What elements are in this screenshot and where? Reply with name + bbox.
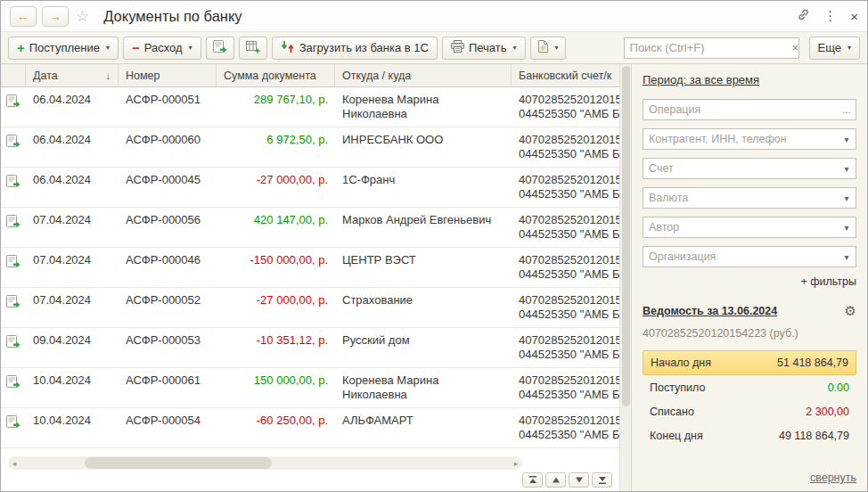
chevron-down-icon: ▾	[848, 45, 851, 52]
cell-number: АСФР-000056	[119, 208, 217, 247]
forward-icon: →	[49, 9, 61, 23]
more-button[interactable]: Еще ▾	[809, 37, 860, 60]
filter-input[interactable]	[643, 217, 838, 237]
cell-bank-account: 40702852520120152 044525350 "АМБ Б	[512, 127, 619, 167]
filter-dropdown-icon[interactable]: ▾	[838, 217, 856, 237]
filter-dropdown-icon[interactable]: ▾	[838, 159, 856, 178]
gear-icon[interactable]: ⚙	[845, 304, 856, 317]
statement-row: Начало дня 51 418 864,79	[643, 350, 856, 375]
close-icon[interactable]: ×	[850, 9, 858, 24]
add-filters-link[interactable]: + фильтры	[800, 275, 856, 288]
table-row[interactable]: 06.04.2024 АСФР-000045 -27 000,00, р. 1С…	[1, 168, 619, 208]
cell-counterparty: Коренева Марина Николаевна	[335, 87, 512, 127]
cell-date: 07.04.2024	[26, 288, 119, 327]
move-down-button[interactable]	[569, 472, 589, 488]
row-icon-cell	[1, 87, 26, 127]
table-row[interactable]: 06.04.2024 АСФР-000051 289 767,10, р. Ко…	[1, 87, 619, 127]
table-row[interactable]: 07.04.2024 АСФР-000046 -150 000,00, р. Ц…	[1, 248, 619, 288]
go-to-end-button[interactable]	[592, 472, 612, 488]
column-header-from-to[interactable]: Откуда / куда	[335, 64, 512, 86]
table-bottom-bar: ◂ ▸	[1, 448, 619, 491]
statement-account: 40702852520120154223 (руб.)	[643, 327, 856, 340]
favorite-star-icon[interactable]: ☆	[76, 7, 89, 26]
filter-input[interactable]	[643, 100, 838, 119]
back-button[interactable]: ←	[10, 6, 37, 27]
statement-row-value: 2 300,00	[806, 406, 849, 418]
receipt-label: Поступление	[29, 41, 100, 54]
statement-summary: Начало дня 51 418 864,79 Поступило 0.00 …	[643, 350, 856, 447]
receipt-button[interactable]: + Поступление ▾	[8, 37, 119, 60]
bank-statement-button[interactable]	[206, 37, 234, 60]
scroll-left-icon[interactable]: ◂	[8, 457, 20, 469]
column-header-amount[interactable]: Сумма документа	[217, 64, 335, 86]
row-navigation-buttons	[522, 472, 612, 488]
table-row[interactable]: 07.04.2024 АСФР-000052 -27 000,00, р. Ст…	[1, 288, 619, 328]
filter-dropdown-icon[interactable]: ▾	[838, 247, 856, 266]
print-button[interactable]: Печать ▾	[442, 37, 526, 60]
registry-button[interactable]	[239, 37, 267, 60]
table-row[interactable]: 06.04.2024 АСФР-000060 6 972,50, р. ИНРЕ…	[1, 127, 619, 168]
period-link[interactable]: Период: за все время	[643, 73, 759, 86]
column-header-number[interactable]: Номер	[119, 64, 217, 86]
horizontal-scroll-thumb[interactable]	[85, 457, 272, 469]
sort-desc-icon: ↓	[106, 70, 111, 81]
documents-table: Дата ↓ Номер Сумма документа Откуда / ку…	[1, 64, 619, 491]
cell-bank-account: 40702852520120152 044525350 "АМБ Б	[512, 248, 619, 287]
filter-input[interactable]	[643, 188, 838, 208]
vertical-scroll-thumb[interactable]	[622, 66, 630, 406]
filter-dropdown-icon[interactable]: ▾	[838, 188, 856, 208]
cell-date: 06.04.2024	[26, 87, 119, 127]
statement-title-link[interactable]: Ведомость за 13.06.2024	[643, 305, 777, 317]
vertical-scrollbar[interactable]	[619, 64, 631, 491]
cell-amount: 289 767,10, р.	[217, 87, 335, 127]
expense-button[interactable]: − Расход ▾	[123, 37, 201, 60]
cell-counterparty: 1С-Франч	[335, 168, 512, 207]
go-to-top-button[interactable]	[522, 472, 543, 488]
bank-document-icon	[6, 137, 20, 151]
cell-date: 09.04.2024	[26, 328, 119, 367]
bank-name: 044525350 "АМБ Б	[519, 388, 612, 402]
filter-input[interactable]	[643, 247, 838, 266]
load-from-bank-button[interactable]: Загрузить из банка в 1С	[272, 37, 438, 60]
row-icon-cell	[1, 248, 26, 287]
bank-account-number: 40702852520120152	[519, 213, 612, 227]
search-input[interactable]	[625, 38, 792, 58]
bank-name: 044525350 "АМБ Б	[519, 227, 612, 242]
cell-number: АСФР-000060	[119, 127, 217, 167]
table-row[interactable]: 07.04.2024 АСФР-000056 420 147,00, р. Ма…	[1, 208, 619, 248]
get-link-icon[interactable]	[797, 8, 810, 25]
bank-name: 044525350 "АМБ Б	[519, 107, 612, 121]
filter-input[interactable]	[643, 129, 838, 149]
column-header-bank-account[interactable]: Банковский счет/к	[512, 64, 619, 86]
statement-row: Конец дня 49 118 864,79	[643, 424, 856, 447]
column-header-date[interactable]: Дата ↓	[26, 64, 119, 86]
filter-dropdown-icon[interactable]: ▾	[838, 129, 856, 149]
filter-field: ▾	[643, 246, 856, 267]
bank-document-icon	[6, 258, 20, 271]
filter-dropdown-icon[interactable]: …	[838, 100, 856, 119]
clear-search-icon[interactable]: ×	[792, 41, 799, 54]
cell-number: АСФР-000046	[119, 248, 217, 287]
bank-account-number: 40702852520120152	[519, 333, 612, 348]
table-row[interactable]: 09.04.2024 АСФР-000053 -10 351,12, р. Ру…	[1, 328, 619, 368]
window-menu-icon[interactable]: ⋮	[823, 8, 837, 24]
bank-sync-icon	[281, 40, 295, 56]
cell-amount: 150 000,00, р.	[217, 368, 335, 407]
filter-field: ▾	[643, 158, 856, 179]
collapse-link[interactable]: свернуть	[810, 472, 856, 484]
filter-input[interactable]	[643, 159, 838, 178]
scroll-right-icon[interactable]: ▸	[510, 457, 522, 469]
table-row[interactable]: 10.04.2024 АСФР-000054 -60 250,00, р. АЛ…	[1, 408, 619, 448]
bank-account-number: 40702852520120152	[519, 414, 612, 428]
bank-document-icon	[6, 298, 20, 311]
cell-number: АСФР-000052	[119, 288, 217, 327]
export-button[interactable]: ▾	[530, 37, 566, 60]
forward-button[interactable]: →	[42, 6, 69, 27]
horizontal-scrollbar[interactable]: ◂ ▸	[8, 456, 522, 470]
cell-amount: 6 972,50, р.	[217, 127, 335, 167]
move-up-button[interactable]	[545, 472, 566, 488]
chevron-down-icon: ▾	[106, 45, 110, 52]
cell-amount: -150 000,00, р.	[217, 248, 335, 287]
table-row[interactable]: 10.04.2024 АСФР-000061 150 000,00, р. Ко…	[1, 368, 619, 408]
statement-row: Поступило 0.00	[643, 376, 856, 399]
